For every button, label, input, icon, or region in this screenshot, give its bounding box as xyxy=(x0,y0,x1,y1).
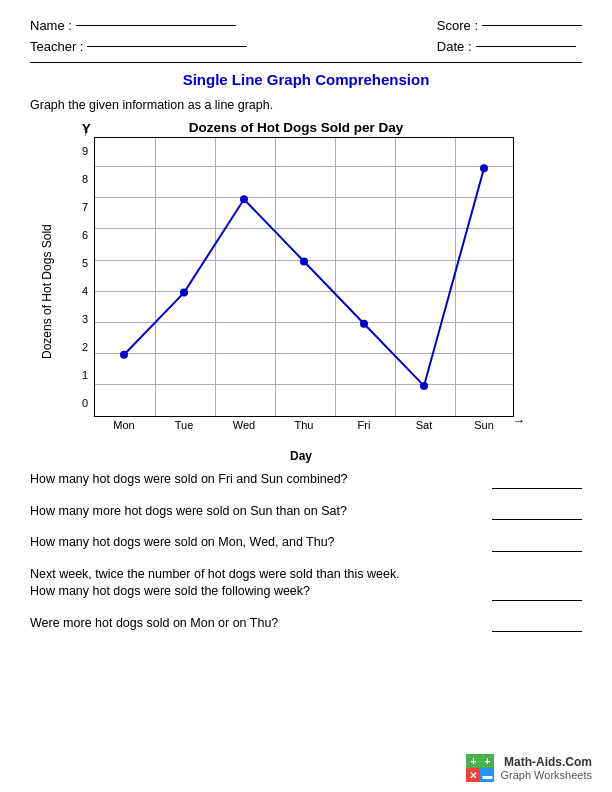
x-label-sat: Sat xyxy=(394,419,454,431)
footer-logo: + + ✕ ▬ xyxy=(466,754,494,782)
graph-area: Dozens of Hot Dogs Sold per Day Y 0 1 2 … xyxy=(56,120,546,463)
question-5: Were more hot dogs sold on Mon or on Thu… xyxy=(30,615,278,633)
question-2: How many more hot dogs were sold on Sun … xyxy=(30,503,347,521)
answer-line-3 xyxy=(492,551,582,552)
y-axis-label: Dozens of Hot Dogs Sold xyxy=(40,120,54,463)
data-point-fri xyxy=(360,320,368,328)
instruction-text: Graph the given information as a line gr… xyxy=(30,98,582,112)
x-label-thu: Thu xyxy=(274,419,334,431)
y-label-4: 4 xyxy=(82,277,88,305)
x-label-tue: Tue xyxy=(154,419,214,431)
graph-container: Dozens of Hot Dogs Sold Dozens of Hot Do… xyxy=(40,120,582,463)
logo-plus2: + xyxy=(480,754,494,768)
logo-bar: ▬ xyxy=(480,768,494,782)
score-input-line xyxy=(482,25,582,26)
qa-section: How many hot dogs were sold on Fri and S… xyxy=(30,471,582,632)
header-divider xyxy=(30,62,582,63)
answer-line-4 xyxy=(492,600,582,601)
page-title: Single Line Graph Comprehension xyxy=(30,71,582,88)
score-label: Score : xyxy=(437,18,478,33)
teacher-label: Teacher : xyxy=(30,39,83,54)
y-label-1: 1 xyxy=(82,361,88,389)
question-1: How many hot dogs were sold on Fri and S… xyxy=(30,471,348,489)
y-label-8: 8 xyxy=(82,165,88,193)
x-label-fri: Fri xyxy=(334,419,394,431)
footer: + + ✕ ▬ Math-Aids.Com Graph Worksheets xyxy=(466,754,592,782)
x-arrow: → xyxy=(512,413,525,428)
x-label-wed: Wed xyxy=(214,419,274,431)
data-point-tue xyxy=(180,289,188,297)
data-point-sat xyxy=(420,382,428,390)
answer-line-2 xyxy=(492,519,582,520)
date-input-line xyxy=(476,46,576,47)
qa-row-4: Next week, twice the number of hot dogs … xyxy=(30,566,582,601)
qa-row-3: How many hot dogs were sold on Mon, Wed,… xyxy=(30,534,582,552)
y-label-6: 6 xyxy=(82,221,88,249)
x-axis-day-label: Day xyxy=(56,449,546,463)
graph-title: Dozens of Hot Dogs Sold per Day xyxy=(56,120,536,135)
answer-line-1 xyxy=(492,488,582,489)
footer-site: Math-Aids.Com xyxy=(500,755,592,769)
y-label-9: 9 xyxy=(82,137,88,165)
graph-with-axes: Y 0 1 2 3 4 5 6 7 8 9 xyxy=(56,137,546,447)
y-label-5: 5 xyxy=(82,249,88,277)
x-label-sun: Sun xyxy=(454,419,514,431)
data-point-thu xyxy=(300,258,308,266)
footer-subtitle: Graph Worksheets xyxy=(500,769,592,781)
date-label: Date : xyxy=(437,39,472,54)
data-point-mon xyxy=(120,351,128,359)
data-point-wed xyxy=(240,195,248,203)
question-4: Next week, twice the number of hot dogs … xyxy=(30,566,400,601)
y-labels: 0 1 2 3 4 5 6 7 8 9 xyxy=(56,137,92,417)
question-3: How many hot dogs were sold on Mon, Wed,… xyxy=(30,534,335,552)
teacher-input-line xyxy=(87,46,247,47)
logo-minus: ✕ xyxy=(466,768,480,782)
x-label-mon: Mon xyxy=(94,419,154,431)
y-label-2: 2 xyxy=(82,333,88,361)
qa-row-1: How many hot dogs were sold on Fri and S… xyxy=(30,471,582,489)
name-label: Name : xyxy=(30,18,72,33)
footer-text: Math-Aids.Com Graph Worksheets xyxy=(500,755,592,781)
answer-line-5 xyxy=(492,631,582,632)
y-arrow: ↑ xyxy=(82,123,89,138)
qa-row-2: How many more hot dogs were sold on Sun … xyxy=(30,503,582,521)
chart-svg xyxy=(94,137,514,417)
y-label-7: 7 xyxy=(82,193,88,221)
name-input-line xyxy=(76,25,236,26)
logo-plus: + xyxy=(466,754,480,768)
x-labels: Mon Tue Wed Thu Fri Sat Sun xyxy=(94,419,514,431)
y-label-3: 3 xyxy=(82,305,88,333)
qa-row-5: Were more hot dogs sold on Mon or on Thu… xyxy=(30,615,582,633)
y-label-0: 0 xyxy=(82,389,88,417)
data-point-sun xyxy=(480,164,488,172)
header: Name : Teacher : Score : Date : xyxy=(30,18,582,54)
